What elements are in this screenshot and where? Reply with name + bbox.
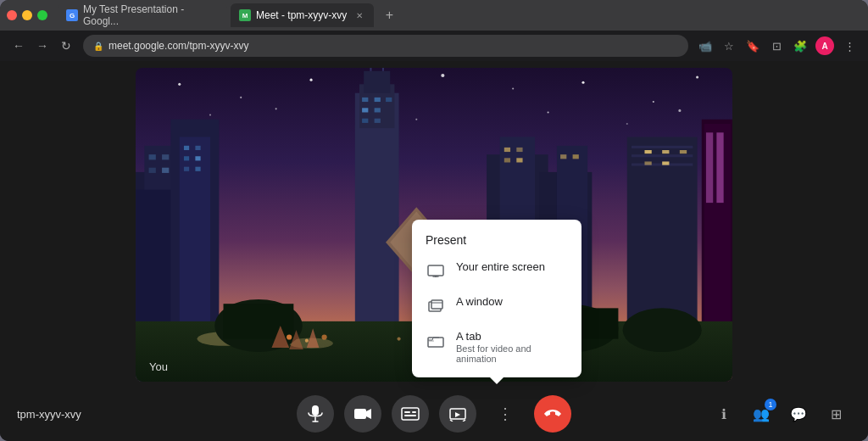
url-bar[interactable]: 🔒 meet.google.com/tpm-xyyv-xvy: [83, 35, 688, 57]
traffic-lights: [7, 10, 47, 20]
svg-rect-38: [386, 98, 392, 102]
svg-point-10: [209, 114, 211, 116]
bookmark2-icon[interactable]: 🔖: [744, 37, 761, 54]
more-menu-icon[interactable]: ⋮: [841, 37, 858, 54]
svg-rect-39: [362, 108, 368, 112]
end-call-button[interactable]: [534, 395, 571, 433]
svg-rect-20: [162, 154, 169, 159]
svg-point-15: [678, 109, 681, 112]
svg-point-2: [240, 97, 242, 98]
svg-rect-21: [149, 168, 156, 173]
maximize-button[interactable]: [37, 10, 47, 20]
svg-rect-62: [644, 161, 651, 165]
tab-meet[interactable]: M Meet - tpm-xyyv-xvy ✕: [231, 3, 374, 27]
svg-point-14: [626, 123, 628, 125]
info-button[interactable]: ℹ: [709, 399, 739, 429]
tab-icon: [426, 331, 446, 351]
camera-icon[interactable]: 📹: [697, 37, 714, 54]
svg-rect-49: [504, 148, 510, 152]
svg-rect-26: [195, 146, 200, 150]
svg-rect-98: [402, 408, 419, 420]
back-button[interactable]: ←: [10, 37, 27, 54]
more-options-button[interactable]: ⋮: [487, 395, 524, 433]
present-tab-label: A tab: [456, 330, 568, 343]
nav-buttons: ← → ↻: [10, 37, 75, 54]
present-entire-screen-text: Your entire screen: [456, 260, 545, 273]
extensions-icon[interactable]: 🧩: [792, 37, 809, 54]
browser-window: G My Test Presentation - Googl... M Meet…: [0, 0, 868, 441]
refresh-button[interactable]: ↻: [58, 37, 75, 54]
svg-point-6: [512, 87, 514, 89]
svg-rect-91: [428, 338, 443, 347]
svg-rect-27: [184, 156, 189, 160]
present-tab-desc: Best for video and animation: [456, 343, 568, 364]
forward-button[interactable]: →: [34, 37, 51, 54]
people-badge: 1: [765, 399, 776, 410]
tab-close-meet[interactable]: ✕: [353, 9, 365, 21]
minimize-button[interactable]: [22, 10, 32, 20]
browser-actions: 📹 ☆ 🔖 ⊡ 🧩 A ⋮: [697, 36, 858, 55]
present-tab-item[interactable]: A tab Best for video and animation: [412, 323, 581, 371]
svg-point-13: [548, 111, 549, 113]
svg-rect-93: [312, 405, 319, 416]
svg-point-9: [696, 76, 698, 79]
present-entire-screen-label: Your entire screen: [456, 260, 545, 273]
svg-point-77: [287, 334, 292, 339]
close-button[interactable]: [7, 10, 17, 20]
svg-point-79: [321, 334, 326, 339]
svg-rect-67: [716, 132, 723, 203]
svg-rect-42: [375, 119, 381, 123]
svg-rect-89: [431, 300, 442, 309]
svg-rect-19: [149, 154, 156, 159]
present-button[interactable]: [439, 395, 476, 433]
svg-rect-36: [362, 98, 368, 102]
tab-presentation[interactable]: G My Test Presentation - Googl...: [58, 3, 227, 27]
svg-line-104: [450, 420, 453, 421]
profile-avatar[interactable]: A: [815, 36, 834, 55]
svg-rect-60: [662, 150, 669, 154]
address-bar: ← → ↻ 🔒 meet.google.com/tpm-xyyv-xvy 📹 ☆…: [0, 31, 868, 61]
present-window-label: A window: [456, 295, 503, 308]
bookmark-icon[interactable]: ☆: [721, 37, 737, 54]
present-window-item[interactable]: A window: [412, 288, 581, 323]
camera-button[interactable]: [344, 395, 381, 433]
svg-marker-103: [455, 412, 460, 417]
svg-rect-101: [412, 411, 416, 413]
tab-label-meet: Meet - tpm-xyyv-xvy: [256, 9, 347, 21]
people-button[interactable]: 👥 1: [746, 399, 776, 429]
cast-icon[interactable]: ⊡: [768, 37, 785, 54]
add-tab-button[interactable]: +: [377, 3, 401, 27]
svg-point-78: [305, 339, 309, 343]
window-icon: [426, 296, 446, 316]
bottom-bar: tpm-xyyv-xvy: [0, 387, 868, 441]
svg-rect-41: [362, 119, 368, 123]
url-text: meet.google.com/tpm-xyyv-xvy: [108, 40, 248, 52]
present-entire-screen-item[interactable]: Your entire screen: [412, 254, 581, 288]
svg-rect-33: [364, 71, 390, 93]
meet-content: You Present Your entire screen: [0, 61, 868, 441]
svg-point-74: [623, 308, 702, 352]
svg-point-5: [441, 74, 444, 77]
mic-button[interactable]: [297, 395, 334, 433]
chat-button[interactable]: 💬: [783, 399, 814, 429]
svg-rect-59: [644, 150, 651, 154]
present-title: Present: [412, 226, 581, 254]
svg-point-7: [581, 81, 584, 84]
svg-point-12: [415, 119, 417, 120]
svg-rect-96: [354, 409, 366, 419]
tab-favicon-meet: M: [239, 9, 251, 21]
present-dropdown: Present Your entire screen: [412, 220, 581, 377]
activities-button[interactable]: ⊞: [821, 399, 851, 429]
tab-bar: G My Test Presentation - Googl... M Meet…: [0, 0, 868, 31]
svg-line-105: [463, 420, 465, 421]
svg-rect-63: [662, 161, 669, 165]
svg-rect-56: [632, 146, 693, 148]
captions-button[interactable]: [392, 395, 429, 433]
svg-rect-66: [706, 132, 713, 203]
controls-group: ⋮: [297, 395, 571, 433]
svg-rect-85: [428, 265, 443, 276]
svg-rect-29: [184, 167, 189, 171]
meeting-id: tpm-xyyv-xvy: [17, 408, 81, 421]
svg-rect-22: [162, 168, 169, 173]
svg-rect-52: [516, 158, 522, 162]
